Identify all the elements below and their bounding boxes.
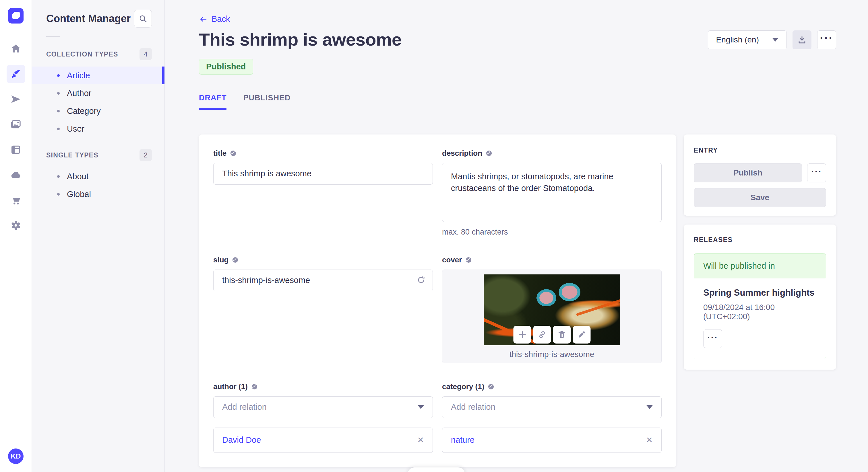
download-icon [797, 35, 807, 44]
category-field: category (1) Add relation nature ✕ [442, 382, 662, 453]
copy-link-button[interactable] [533, 326, 551, 343]
regenerate-slug-button[interactable] [416, 275, 426, 285]
page-title: This shrimp is awesome [199, 29, 402, 49]
paper-plane-icon[interactable] [7, 90, 25, 108]
release-more-button[interactable]: ··· [703, 329, 722, 348]
sidebar-item-label: Global [67, 190, 91, 199]
plus-icon [518, 330, 527, 339]
locale-select[interactable]: English (en) [708, 30, 787, 49]
chevron-down-icon [646, 405, 653, 409]
more-actions-button[interactable]: ··· [817, 30, 836, 49]
sidebar-divider [46, 36, 60, 37]
home-icon[interactable] [7, 40, 25, 58]
cover-caption: this-shrimp-is-awesome [509, 350, 594, 359]
i18n-globe-icon [465, 257, 472, 263]
relation-link[interactable]: nature [451, 435, 474, 445]
collection-types-section: COLLECTION TYPES 4 Article Author Catego… [32, 48, 164, 138]
author-relation-select[interactable]: Add relation [213, 396, 433, 418]
entry-more-button[interactable]: ··· [807, 164, 826, 182]
sidebar-item-about[interactable]: About [32, 167, 164, 185]
search-icon [138, 14, 147, 23]
section-count-badge: 4 [140, 48, 152, 60]
download-button[interactable] [793, 30, 811, 49]
sidebar-item-user[interactable]: User [32, 120, 164, 138]
trash-icon [557, 330, 566, 339]
cover-toolbar [513, 326, 590, 343]
chevron-down-icon [772, 38, 778, 42]
i18n-globe-icon [230, 150, 237, 157]
release-card: Will be published in Spring Summer highl… [694, 253, 826, 359]
i18n-globe-icon [232, 257, 239, 263]
link-icon [537, 330, 547, 339]
sidebar-item-article[interactable]: Article [32, 67, 164, 84]
chevron-down-icon [417, 405, 424, 409]
entry-panel-title: ENTRY [694, 146, 826, 154]
relation-placeholder: Add relation [222, 402, 267, 412]
title-field: title [213, 149, 433, 237]
single-types-section: SINGLE TYPES 2 About Global [32, 149, 164, 203]
relation-link[interactable]: David Doe [222, 435, 261, 445]
remove-relation-icon[interactable]: ✕ [646, 435, 653, 445]
sidebar-item-label: Article [67, 71, 90, 80]
slug-field-label: slug [213, 256, 228, 264]
draft-published-tabs: DRAFT PUBLISHED [199, 94, 836, 110]
tab-draft[interactable]: DRAFT [199, 94, 226, 110]
back-link[interactable]: Back [199, 14, 230, 24]
content-manager-icon[interactable] [7, 65, 25, 83]
slug-input[interactable] [213, 270, 433, 291]
category-field-label: category (1) [442, 382, 484, 391]
entry-form-card: title description [199, 134, 676, 467]
strapi-logo-glyph [12, 12, 20, 19]
releases-panel-title: RELEASES [694, 236, 826, 244]
title-input[interactable] [213, 163, 433, 185]
bullet-icon [57, 74, 60, 77]
i18n-globe-icon [488, 383, 494, 390]
bullet-icon [57, 128, 60, 130]
release-status: Will be published in [694, 254, 826, 278]
description-field: description Mantis shrimps, or stomatopo… [442, 149, 662, 237]
sidebar-title: Content Manager [46, 12, 131, 25]
media-library-icon[interactable] [7, 115, 25, 134]
author-field: author (1) Add relation David Doe ✕ [213, 382, 433, 453]
category-relation-select[interactable]: Add relation [442, 396, 662, 418]
cover-asset-box: this-shrimp-is-awesome [442, 270, 662, 363]
sidebar-item-category[interactable]: Category [32, 102, 164, 120]
marketplace-cart-icon[interactable] [7, 191, 25, 209]
save-button[interactable]: Save [694, 188, 826, 207]
description-textarea[interactable]: Mantis shrimps, or stomatopods, are mari… [442, 163, 662, 222]
remove-relation-icon[interactable]: ✕ [417, 435, 424, 445]
cloud-icon[interactable] [7, 166, 25, 184]
sidebar-item-global[interactable]: Global [32, 185, 164, 203]
slug-field: slug [213, 256, 433, 363]
section-count-badge: 2 [140, 149, 152, 161]
release-name[interactable]: Spring Summer highlights [703, 288, 817, 298]
sidebar-item-label: Category [67, 106, 101, 116]
publish-button[interactable]: Publish [694, 164, 802, 182]
main-content: Back This shrimp is awesome English (en)… [165, 0, 868, 472]
tab-published[interactable]: PUBLISHED [243, 94, 290, 110]
delete-asset-button[interactable] [553, 326, 570, 343]
bullet-icon [57, 110, 60, 112]
releases-panel: RELEASES Will be published in Spring Sum… [684, 225, 836, 370]
add-asset-button[interactable] [513, 326, 531, 343]
content-type-builder-icon[interactable] [7, 140, 25, 159]
cover-field-label: cover [442, 256, 462, 264]
bullet-icon [57, 193, 60, 196]
category-relation-item: nature ✕ [442, 428, 662, 453]
sidebar-item-author[interactable]: Author [32, 84, 164, 102]
author-relation-item: David Doe ✕ [213, 428, 433, 453]
settings-gear-icon[interactable] [7, 216, 25, 235]
description-helper-text: max. 80 characters [442, 228, 662, 237]
cover-field: cover [442, 256, 662, 363]
sidebar-item-label: About [67, 172, 89, 181]
entry-panel: ENTRY Publish ··· Save [684, 134, 836, 216]
release-datetime: 09/18/2024 at 16:00 (UTC+02:00) [703, 303, 817, 321]
search-button[interactable] [134, 10, 152, 28]
cover-image[interactable] [484, 274, 620, 345]
strapi-logo[interactable] [8, 8, 24, 24]
refresh-icon [416, 275, 426, 285]
edit-asset-button[interactable] [572, 326, 590, 343]
floating-widget-pill[interactable] [408, 467, 465, 472]
user-avatar[interactable]: KD [8, 448, 24, 464]
title-field-label: title [213, 149, 226, 158]
